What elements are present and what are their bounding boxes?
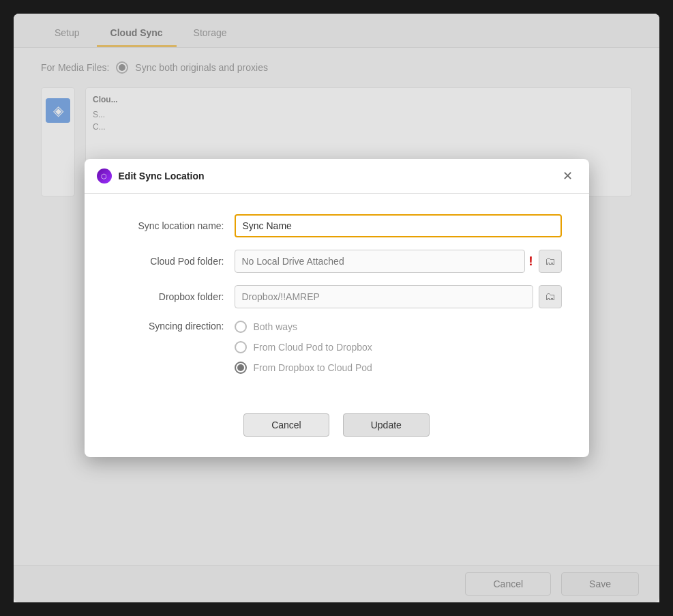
dropbox-row: Dropbox folder: 🗂 [112, 285, 562, 308]
error-icon: ! [529, 254, 533, 269]
dialog-body: Sync location name: Cloud Pod folder: ! … [85, 194, 589, 400]
folder-icon: 🗂 [545, 255, 556, 267]
folder-icon-2: 🗂 [545, 291, 556, 303]
dropbox-input[interactable] [235, 285, 533, 308]
cloud-pod-folder-button[interactable]: 🗂 [539, 250, 562, 273]
dialog-footer: Cancel Update [85, 400, 589, 457]
dropbox-folder-button[interactable]: 🗂 [539, 285, 562, 308]
cloud-pod-input[interactable] [235, 250, 525, 273]
dialog-title: Edit Sync Location [119, 171, 205, 181]
edit-sync-dialog: Edit Sync Location ✕ Sync location name:… [85, 159, 589, 457]
radio-both-ways[interactable]: Both ways [235, 321, 372, 333]
radio-dropbox-to-cloud[interactable]: From Dropbox to Cloud Pod [235, 362, 372, 374]
radio-text-both-ways: Both ways [254, 321, 298, 332]
syncing-direction-group: Both ways From Cloud Pod to Dropbox From… [235, 321, 372, 374]
dialog-app-icon [97, 168, 112, 184]
syncing-direction-row: Syncing direction: Both ways From Cloud … [112, 321, 562, 374]
radio-circle-cloud-to-dropbox [235, 341, 247, 353]
dialog-overlay: Edit Sync Location ✕ Sync location name:… [14, 14, 659, 602]
radio-circle-dropbox-to-cloud [235, 362, 247, 374]
sync-name-row: Sync location name: [112, 214, 562, 237]
main-window: Setup Cloud Sync Storage For Media Files… [14, 14, 659, 602]
cloud-pod-row: Cloud Pod folder: ! 🗂 [112, 250, 562, 273]
radio-text-cloud-to-dropbox: From Cloud Pod to Dropbox [254, 342, 372, 353]
dialog-header: Edit Sync Location ✕ [85, 159, 589, 194]
sync-name-input[interactable] [235, 214, 562, 237]
cloud-pod-label: Cloud Pod folder: [112, 256, 235, 267]
radio-text-dropbox-to-cloud: From Dropbox to Cloud Pod [254, 362, 372, 373]
syncing-direction-label: Syncing direction: [112, 321, 235, 332]
update-button[interactable]: Update [343, 413, 430, 437]
dropbox-label: Dropbox folder: [112, 291, 235, 302]
sync-name-label: Sync location name: [112, 220, 235, 231]
radio-circle-both-ways [235, 321, 247, 333]
close-button[interactable]: ✕ [558, 168, 577, 184]
radio-cloud-to-dropbox[interactable]: From Cloud Pod to Dropbox [235, 341, 372, 353]
cancel-button[interactable]: Cancel [243, 413, 329, 437]
